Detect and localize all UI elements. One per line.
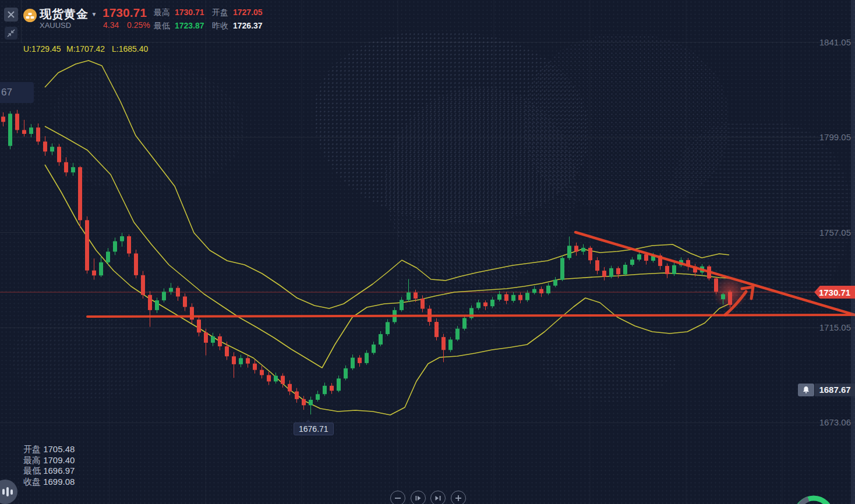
page-title: 现货黄金 xyxy=(40,8,89,20)
ohlc-close-label: 收盘 xyxy=(23,477,41,487)
stat-open-label: 开盘 xyxy=(212,8,228,18)
collapse-button[interactable] xyxy=(5,27,17,40)
y-axis-label: 1757.05 xyxy=(819,228,851,237)
instrument-title-group[interactable]: 现货黄金 ▼ xyxy=(40,6,97,22)
minus-icon xyxy=(394,495,401,502)
alert-price-value: 1687.67 xyxy=(815,384,855,396)
ohlc-tooltip: 开盘 1705.48 最高 1709.40 最低 1696.97 收盘 1699… xyxy=(23,444,75,487)
right-scrollbar[interactable] xyxy=(851,0,855,504)
ohlc-low-value: 1696.97 xyxy=(43,466,75,475)
zoom-in-button[interactable] xyxy=(451,491,466,504)
stat-prevclose-value: 1726.37 xyxy=(233,21,263,30)
alert-marker[interactable] xyxy=(798,384,814,396)
current-price-tag: 1730.71 xyxy=(814,286,855,299)
bell-icon xyxy=(803,386,810,393)
y-axis-label: 1841.05 xyxy=(819,37,851,47)
toolbar-separator xyxy=(21,0,22,43)
stat-high-value: 1730.71 xyxy=(175,8,204,17)
last-price: 1730.71 xyxy=(103,6,147,20)
boll-middle-value: M:1707.42 xyxy=(66,44,105,54)
ohlc-open-value: 1705.48 xyxy=(43,444,75,454)
ohlc-high-label: 最高 xyxy=(23,455,41,465)
price-change-percent: 0.25% xyxy=(127,20,150,30)
zoom-out-button[interactable] xyxy=(390,491,405,504)
ohlc-high-value: 1709.40 xyxy=(43,455,75,465)
collapse-arrows-icon xyxy=(6,29,16,38)
ohlc-low-label: 最低 xyxy=(23,466,41,475)
instrument-symbol: XAUUSD xyxy=(40,21,71,30)
y-axis-label: 1799.05 xyxy=(819,132,851,142)
low-price-tooltip: 1676.71 xyxy=(294,423,334,435)
skip-end-icon xyxy=(434,495,441,502)
price-change: 4.34 xyxy=(103,20,119,30)
y-axis-label: 1715.05 xyxy=(819,322,851,332)
boll-upper-value: U:1729.45 xyxy=(23,44,61,54)
plus-icon xyxy=(455,495,462,502)
candlestick-chart[interactable] xyxy=(0,0,855,504)
ohlc-close-value: 1699.08 xyxy=(43,477,75,487)
gold-bars-icon xyxy=(26,12,34,19)
trading-chart-window: 现货黄金 ▼ XAUUSD 1730.71 4.34 0.25% 最高 1730… xyxy=(0,0,855,504)
ohlc-open-label: 开盘 xyxy=(23,444,41,454)
y-axis-label: 1673.06 xyxy=(819,417,851,427)
sentiment-gauge[interactable] xyxy=(791,495,838,504)
stat-high-label: 最高 xyxy=(154,8,170,18)
skip-start-icon xyxy=(415,495,422,502)
left-partial-price-label: 67 xyxy=(0,82,34,103)
chevron-down-icon[interactable]: ▼ xyxy=(91,11,97,17)
boll-lower-value: L:1685.40 xyxy=(112,44,148,54)
stat-open-value: 1727.05 xyxy=(233,8,263,17)
skip-start-button[interactable] xyxy=(411,491,426,504)
instrument-icon xyxy=(23,9,37,22)
close-icon xyxy=(8,11,15,18)
stat-low-value: 1723.87 xyxy=(175,21,204,30)
stat-low-label: 最低 xyxy=(154,21,170,31)
close-button[interactable] xyxy=(4,8,18,22)
skip-end-button[interactable] xyxy=(430,491,446,504)
stat-prevclose-label: 昨收 xyxy=(212,21,228,31)
candlestick-icon xyxy=(1,486,14,498)
